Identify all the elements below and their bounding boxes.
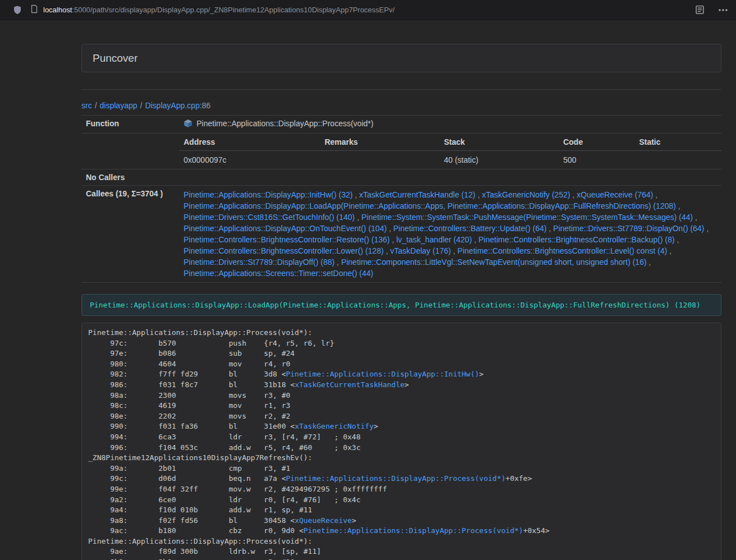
callee-link[interactable]: Pinetime::Controllers::BrightnessControl… xyxy=(184,235,390,244)
callee-link[interactable]: vTaskDelay (176) xyxy=(390,246,451,255)
callee-separator: , xyxy=(476,190,482,199)
breadcrumb-link-src[interactable]: src xyxy=(81,101,92,110)
callee-separator: , xyxy=(693,213,697,222)
callee-link[interactable]: xTaskGetCurrentTaskHandle (12) xyxy=(359,190,476,199)
remarks-value xyxy=(320,151,440,169)
page-container: Puncover src/displayapp/DisplayApp.cpp:8… xyxy=(81,44,721,560)
callee-link[interactable]: lv_task_handler (420) xyxy=(396,235,472,244)
callee-separator: , xyxy=(676,201,680,210)
table-row: 0x0000097c 40 (static) 500 xyxy=(179,151,721,169)
code-symbol-link[interactable]: Pinetime::Applications::DisplayApp::Init… xyxy=(286,370,479,378)
disassembly: Pinetime::Applications::DisplayApp::Proc… xyxy=(81,323,721,560)
address-value: 0x0000097c xyxy=(179,151,320,169)
breadcrumb-separator: / xyxy=(140,101,143,110)
callee-separator: , xyxy=(390,235,396,244)
code-symbol-link[interactable]: Pinetime::Applications::DisplayApp::Proc… xyxy=(304,526,523,535)
callee-link[interactable]: Pinetime::Applications::DisplayApp::OnTo… xyxy=(184,224,387,233)
function-row-label: Function xyxy=(81,116,179,134)
code-symbol-link[interactable]: xTaskGenericNotify xyxy=(295,422,374,430)
callee-link[interactable]: Pinetime::Applications::Screens::Timer::… xyxy=(184,269,373,278)
code-size-value: 500 xyxy=(559,151,634,169)
navbar-brand[interactable]: Puncover xyxy=(82,52,148,65)
app-navbar: Puncover xyxy=(81,44,721,72)
breadcrumb-link-file[interactable]: DisplayApp.cpp xyxy=(145,101,199,110)
column-header-stack: Stack xyxy=(440,134,559,151)
code-symbol-link[interactable]: xTaskGetCurrentTaskHandle xyxy=(295,380,405,389)
callee-link[interactable]: Pinetime::Controllers::BrightnessControl… xyxy=(184,246,383,255)
callee-separator: , xyxy=(353,190,359,199)
selected-symbol-text: Pinetime::Applications::DisplayApp::Load… xyxy=(90,301,701,309)
breadcrumb-link-displayapp[interactable]: displayapp xyxy=(100,101,138,110)
column-header-address: Address xyxy=(179,134,320,151)
callee-link[interactable]: Pinetime::Components::LittleVgl::SetNewT… xyxy=(341,258,647,267)
breadcrumb-line-number: :86 xyxy=(200,101,211,110)
function-table: Function Pinetime::Applications::Display… xyxy=(81,115,721,283)
divider xyxy=(81,89,721,90)
url-path: :5000/path/src/displayapp/DisplayApp.cpp… xyxy=(72,6,395,14)
callee-separator: , xyxy=(335,258,341,267)
callee-separator: , xyxy=(547,224,554,233)
callee-separator: , xyxy=(570,190,577,199)
shield-icon[interactable] xyxy=(13,5,22,15)
code-symbol-link[interactable]: Pinetime::Applications::DisplayApp::Proc… xyxy=(286,474,505,483)
function-type-icon xyxy=(184,119,193,130)
callee-separator: , xyxy=(383,246,390,255)
breadcrumb: src/displayapp/DisplayApp.cpp:86 xyxy=(81,101,721,110)
callee-link[interactable]: Pinetime::Drivers::Cst816S::GetTouchInfo… xyxy=(184,213,355,222)
callee-link[interactable]: xTaskGenericNotify (252) xyxy=(482,190,570,199)
callees-label: Callees (19, Σ=3704 ) xyxy=(81,186,179,283)
no-callers-label: No Callers xyxy=(81,169,179,186)
callee-separator: , xyxy=(653,190,657,199)
callee-link[interactable]: Pinetime::Drivers::St7789::DisplayOn() (… xyxy=(553,224,704,233)
no-callers-row: No Callers xyxy=(81,169,721,186)
callee-separator: , xyxy=(387,224,394,233)
url-host: localhost xyxy=(43,6,72,14)
function-row: Function Pinetime::Applications::Display… xyxy=(81,116,721,134)
callee-link[interactable]: Pinetime::System::SystemTask::PushMessag… xyxy=(362,213,693,222)
url-bar[interactable]: localhost:5000/path/src/displayapp/Displ… xyxy=(30,4,682,15)
callees-row: Callees (19, Σ=3704 ) Pinetime::Applicat… xyxy=(81,186,721,283)
callee-link[interactable]: Pinetime::Controllers::Battery::Update()… xyxy=(394,224,547,233)
callee-separator: , xyxy=(647,258,651,267)
reader-view-icon[interactable] xyxy=(695,5,705,15)
callee-link[interactable]: xQueueReceive (764) xyxy=(577,190,653,199)
callee-separator: , xyxy=(472,235,479,244)
function-details-row: Address Remarks Stack Code Static 0x0000… xyxy=(81,134,721,169)
function-name: Pinetime::Applications::DisplayApp::Proc… xyxy=(196,119,373,128)
breadcrumb-separator: / xyxy=(95,101,97,110)
callee-separator: , xyxy=(355,213,362,222)
callee-link[interactable]: Pinetime::Drivers::St7789::DisplayOff() … xyxy=(184,258,335,267)
code-symbol-link[interactable]: xQueueReceive xyxy=(295,516,352,525)
stack-value: 40 (static) xyxy=(440,151,559,169)
callee-link[interactable]: Pinetime::Controllers::BrightnessControl… xyxy=(478,235,674,244)
callee-separator: , xyxy=(675,235,679,244)
callees-list: Pinetime::Applications::DisplayApp::Init… xyxy=(179,186,721,283)
column-header-code: Code xyxy=(559,134,634,151)
callee-separator: , xyxy=(667,246,671,255)
callee-separator: , xyxy=(451,246,458,255)
function-stats-table: Address Remarks Stack Code Static 0x0000… xyxy=(179,134,721,169)
page-icon xyxy=(30,4,38,15)
column-header-remarks: Remarks xyxy=(320,134,440,151)
callee-link[interactable]: Pinetime::Applications::DisplayApp::Init… xyxy=(184,190,353,199)
menu-dots-icon[interactable] xyxy=(718,8,728,12)
selected-symbol-alert: Pinetime::Applications::DisplayApp::Load… xyxy=(81,294,721,316)
column-header-static: Static xyxy=(634,134,721,151)
callee-link[interactable]: Pinetime::Applications::DisplayApp::Load… xyxy=(184,201,676,210)
callee-separator: , xyxy=(705,224,709,233)
browser-chrome: localhost:5000/path/src/displayapp/Displ… xyxy=(0,0,736,20)
callee-link[interactable]: Pinetime::Controllers::BrightnessControl… xyxy=(458,246,667,255)
url-text: localhost:5000/path/src/displayapp/Displ… xyxy=(43,6,395,14)
static-value xyxy=(634,151,721,169)
